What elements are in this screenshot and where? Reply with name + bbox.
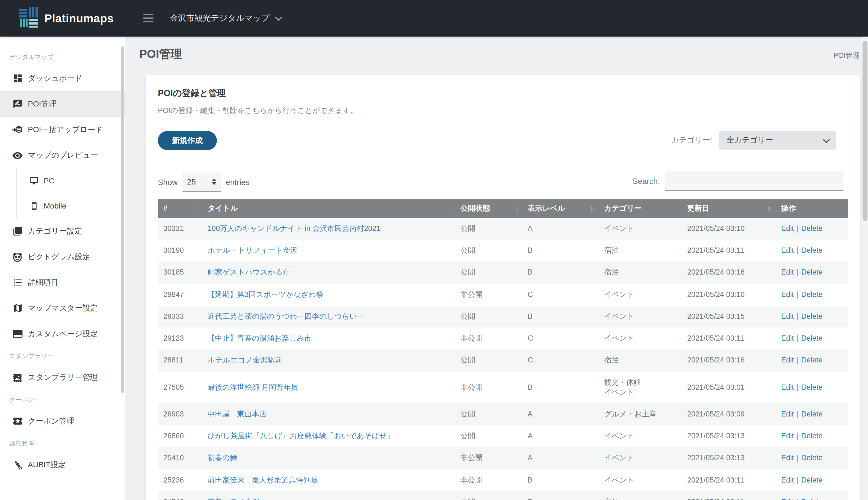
sidebar-sub-item[interactable]: PC <box>17 168 125 193</box>
edit-link[interactable]: Edit <box>781 312 794 320</box>
sidebar-item[interactable]: POI一括アップロード <box>0 117 125 143</box>
status-cell: 公開 <box>455 262 522 284</box>
sidebar-scrollbar[interactable] <box>121 46 124 393</box>
page-scrollbar-thumb[interactable] <box>863 41 867 221</box>
entries-label: entries <box>226 178 249 187</box>
delete-link[interactable]: Delete <box>801 476 823 484</box>
sidebar-item[interactable]: マップのプレビュー <box>0 143 125 168</box>
delete-link[interactable]: Delete <box>801 356 823 364</box>
brand-logo[interactable]: Platinumaps <box>19 7 114 30</box>
poi-title-link[interactable]: ホテル・トリフィート金沢 <box>208 246 298 254</box>
column-header: 操作 <box>776 199 848 218</box>
edit-link[interactable]: Edit <box>781 268 794 276</box>
edit-link[interactable]: Edit <box>781 290 794 298</box>
column-header[interactable]: 公開状態↑↓ <box>455 199 522 218</box>
sidebar-item[interactable]: 詳細項目 <box>0 270 125 295</box>
sidebar-item[interactable]: カスタムページ設定 <box>0 321 125 346</box>
sidebar-section-label: クーポン <box>0 390 125 408</box>
search-input[interactable] <box>665 171 843 191</box>
delete-link[interactable]: Delete <box>801 312 823 320</box>
edit-link[interactable]: Edit <box>781 246 794 254</box>
sidebar-item[interactable]: スタンプラリー管理 <box>0 365 125 390</box>
main-content: POI管理 POI管理 POIの登録と管理 POIの登録・編集・削除をこちらから… <box>125 36 868 500</box>
poi-title-link[interactable]: 東急ステイ金沢 <box>208 498 260 500</box>
category-cell: イベント <box>599 328 682 349</box>
page-length-value: 25 <box>187 178 196 186</box>
sidebar-item[interactable]: カテゴリー設定 <box>0 218 125 244</box>
delete-link[interactable]: Delete <box>801 246 823 254</box>
table-row: 29123【中止】青葉の湯涌お楽しみ市非公開Cイベント2021/05/24 03… <box>158 328 848 349</box>
sidebar-item[interactable]: ダッシュボード <box>0 66 125 91</box>
delete-link[interactable]: Delete <box>801 383 823 391</box>
poi-title-link[interactable]: 中田屋 東山本店 <box>208 410 267 418</box>
brand-name: Platinumaps <box>44 12 114 25</box>
poi-title-link[interactable]: 【延期】第3回スポーツかなざわ祭 <box>208 290 323 298</box>
table-row: 30185町家ゲストハウスかるた公開B宿泊2021/05/24 03:16Edi… <box>158 262 848 284</box>
delete-link[interactable]: Delete <box>801 334 823 342</box>
delete-link[interactable]: Delete <box>801 410 823 418</box>
table-row: 25236前田家伝来 雛人形雛道具特別展非公開Bイベント2021/05/24 0… <box>158 469 848 491</box>
poi-title-link[interactable]: 前田家伝来 雛人形雛道具特別展 <box>208 476 318 484</box>
updated-cell: 2021/05/24 03:10 <box>682 218 776 240</box>
map-switcher-dropdown[interactable]: 金沢市観光デジタルマップ <box>170 13 280 23</box>
category-cell: イベント <box>599 284 682 305</box>
updated-cell: 2021/05/24 03:15 <box>682 306 776 328</box>
column-header-label: 表示レベル <box>528 204 565 212</box>
edit-link[interactable]: Edit <box>781 454 794 462</box>
sidebar-item-label: POI一括アップロード <box>28 125 103 135</box>
poi-title-link[interactable]: 【中止】青葉の湯涌お楽しみ市 <box>208 334 312 342</box>
delete-link[interactable]: Delete <box>801 268 823 276</box>
sidebar-item-label: ダッシュボード <box>28 73 82 83</box>
edit-link[interactable]: Edit <box>781 476 794 484</box>
ops-cell: Edit|Delete <box>776 328 848 349</box>
delete-link[interactable]: Delete <box>801 432 823 440</box>
poi-title-link[interactable]: 町家ゲストハウスかるた <box>208 268 290 276</box>
edit-link[interactable]: Edit <box>781 334 794 342</box>
column-header[interactable]: 表示レベル↑↓ <box>522 199 599 218</box>
delete-link[interactable]: Delete <box>801 290 823 298</box>
edit-link[interactable]: Edit <box>781 383 794 391</box>
column-header-label: 公開状態 <box>460 204 490 212</box>
page-title: POI管理 <box>139 46 182 62</box>
level-cell: A <box>522 218 599 240</box>
poi-title-link[interactable]: 初春の舞 <box>208 454 237 462</box>
current-map-title: 金沢市観光デジタルマップ <box>170 13 270 23</box>
sort-icon: ↑↓ <box>767 204 771 212</box>
list-controls: Show 25 entries Search: <box>158 168 848 199</box>
column-header[interactable]: 更新日↑↓ <box>682 199 776 218</box>
delete-link[interactable]: Delete <box>801 454 823 462</box>
sidebar-sub-item[interactable]: Mobile <box>17 193 125 218</box>
edit-link[interactable]: Edit <box>781 356 794 364</box>
mobile-icon <box>30 202 38 210</box>
sidebar-item[interactable]: POI管理 <box>0 91 125 117</box>
edit-link[interactable]: Edit <box>781 498 794 500</box>
poi-title-link[interactable]: ひがし茶屋街『八しげ』お座敷体験「おいであそばせ」 <box>208 432 394 440</box>
sidebar-toggle-hamburger-icon[interactable] <box>142 12 155 25</box>
column-header[interactable]: #↑↓ <box>158 199 202 218</box>
edit-link[interactable]: Edit <box>781 410 794 418</box>
poi-title-link[interactable]: 100万人のキャンドルナイト in 金沢市民芸術村2021 <box>208 224 380 232</box>
sidebar-item-label: マップマスター設定 <box>28 303 98 313</box>
edit-link[interactable]: Edit <box>781 224 794 232</box>
page-scrollbar[interactable] <box>862 36 868 500</box>
poi-title-link[interactable]: 近代工芸と茶の湯のうつわ―四季のしつらい― <box>208 312 364 320</box>
category-filter-select[interactable]: 全カテゴリー <box>719 131 836 150</box>
column-header: カテゴリー <box>599 199 682 218</box>
delete-link[interactable]: Delete <box>801 498 823 500</box>
poi-title-link[interactable]: 最後の浮世絵師 月岡芳年展 <box>208 383 298 391</box>
poi-id-cell: 27505 <box>158 372 202 404</box>
delete-link[interactable]: Delete <box>801 224 823 232</box>
sidebar-item[interactable]: ピクトグラム設定 <box>0 244 125 270</box>
column-header-label: 更新日 <box>687 204 709 212</box>
category-cell: イベント <box>599 469 682 491</box>
sidebar-item[interactable]: マップマスター設定 <box>0 295 125 321</box>
sidebar-item[interactable]: クーポン管理 <box>0 408 125 434</box>
page-length-select[interactable]: 25 <box>183 172 221 192</box>
poi-title-link[interactable]: ホテルエコノ金沢駅前 <box>208 356 282 364</box>
create-new-button[interactable]: 新規作成 <box>158 131 217 150</box>
column-header[interactable]: タイトル↑↓ <box>202 199 455 218</box>
sidebar-nav: デジタルマップダッシュボードPOI管理POI一括アップロードマップのプレビューP… <box>0 36 125 478</box>
sidebar-item[interactable]: AUBIT設定 <box>0 452 125 478</box>
edit-link[interactable]: Edit <box>781 432 794 440</box>
pictogram-panda-icon <box>12 251 23 262</box>
